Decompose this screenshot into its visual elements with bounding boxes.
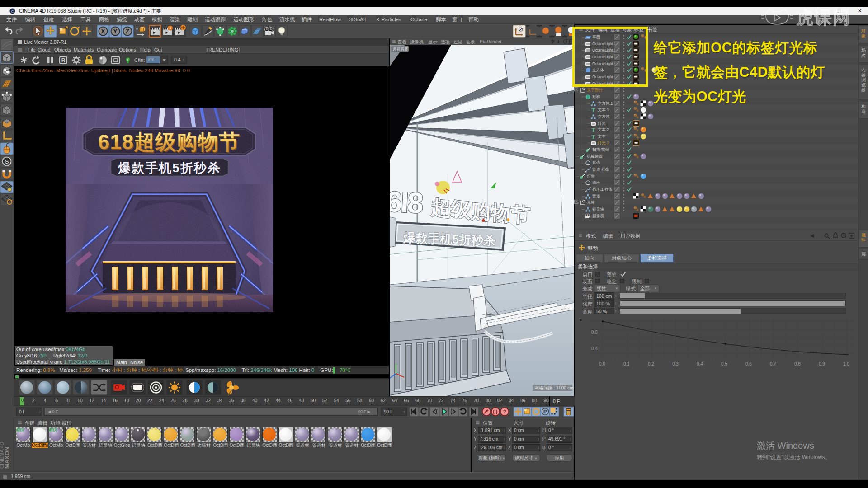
svg-text:S: S [5,158,9,165]
svg-text:◀ 0 F: ◀ 0 F [48,409,58,414]
svg-text:0.4: 0.4 [174,57,181,62]
svg-text:34: 34 [217,398,223,403]
svg-text:0.4: 0.4 [697,361,703,366]
svg-text:↕: ↕ [39,410,41,414]
svg-text:66: 66 [404,398,409,403]
svg-text:0.5: 0.5 [721,361,727,366]
svg-text:PT: PT [148,57,155,62]
svg-text:30: 30 [194,398,199,403]
svg-text:T: T [592,134,595,140]
svg-text:▦: ▦ [392,39,396,44]
svg-text:0.4: 0.4 [591,346,598,351]
svg-text:28: 28 [182,398,188,403]
svg-text:面板: 面板 [466,39,475,44]
svg-text:0.1: 0.1 [623,361,630,366]
svg-text:P: P [543,409,547,414]
svg-text:90 F ▶: 90 F ▶ [358,409,371,414]
svg-text:84: 84 [509,398,514,403]
svg-text:R: R [61,57,66,64]
svg-text:10: 10 [77,398,83,403]
svg-text:60: 60 [369,398,374,403]
svg-text:0.0: 0.0 [599,361,605,366]
svg-text:42: 42 [264,398,269,403]
svg-text:24: 24 [159,398,165,403]
svg-text:32: 32 [206,398,211,403]
svg-text:Z: Z [126,28,130,35]
svg-text:X: X [101,28,105,35]
svg-text:36: 36 [229,398,234,403]
svg-text:50: 50 [311,398,316,403]
svg-text:T: T [592,127,595,133]
svg-text:CINEMA 4D: CINEMA 4D [0,442,5,469]
svg-text:20: 20 [136,398,141,403]
svg-text:14: 14 [101,398,106,403]
svg-text:Y: Y [113,28,118,35]
svg-text:86: 86 [520,398,526,403]
svg-text:82: 82 [497,398,502,403]
svg-text:0: 0 [21,398,24,403]
svg-text:58: 58 [357,398,363,403]
svg-text:90 F: 90 F [384,409,393,414]
svg-text:90: 90 [544,398,549,403]
svg-text:选项: 选项 [441,39,450,44]
svg-text:透视视图: 透视视图 [392,47,409,52]
svg-text:6: 6 [56,398,58,403]
svg-text:显示: 显示 [428,39,437,44]
svg-text:74: 74 [450,398,456,403]
svg-text:40: 40 [252,398,258,403]
svg-text:0 F: 0 F [19,409,25,414]
svg-text:72: 72 [439,398,444,403]
svg-text:过滤: 过滤 [453,39,462,44]
svg-text:2: 2 [32,398,35,403]
svg-text:6I8: 6I8 [390,185,424,220]
svg-text:48: 48 [299,398,304,403]
svg-text:?: ? [503,409,506,414]
svg-text:虎课网: 虎课网 [796,8,851,27]
svg-text:( ): ( ) [493,409,498,414]
svg-text:26: 26 [171,398,176,403]
svg-text:62: 62 [381,398,386,403]
svg-text:44: 44 [276,398,281,403]
svg-text:摄像机: 摄像机 [410,39,424,44]
svg-text:52: 52 [322,398,328,403]
svg-text:64: 64 [392,398,397,403]
svg-text:80: 80 [486,398,491,403]
svg-text:4: 4 [44,398,47,403]
svg-text:0.8: 0.8 [591,330,598,335]
svg-text:1.0: 1.0 [843,361,849,366]
svg-text:38: 38 [241,398,246,403]
svg-text:56: 56 [345,398,351,403]
svg-text:70: 70 [427,398,433,403]
svg-text:0.8: 0.8 [794,361,801,366]
svg-text:22: 22 [147,398,153,403]
svg-text:Chn:: Chn: [134,57,145,63]
svg-text:16: 16 [113,398,118,403]
svg-text:网格间距 : 1000 cm: 网格间距 : 1000 cm [534,385,574,390]
svg-text:↕: ↕ [403,410,405,414]
svg-text:0.2: 0.2 [648,361,654,366]
svg-text:68: 68 [415,398,421,403]
svg-text:0.9: 0.9 [819,361,825,366]
svg-text:0.3: 0.3 [672,361,679,366]
svg-text:54: 54 [334,398,340,403]
svg-text:18: 18 [124,398,129,403]
svg-text:查看: 查看 [397,39,406,44]
svg-text:12: 12 [89,398,94,403]
svg-text:0.6: 0.6 [745,361,752,366]
svg-text:46: 46 [287,398,292,403]
svg-text:88: 88 [532,398,538,403]
svg-text:MAXON: MAXON [4,447,10,469]
svg-text:C: C [11,9,14,14]
svg-text:↕: ↕ [183,58,184,62]
svg-text:ProRender: ProRender [480,39,502,44]
svg-text:T: T [592,107,595,113]
svg-text:8: 8 [67,398,70,403]
svg-text:F: F [127,58,129,62]
svg-text:78: 78 [474,398,479,403]
svg-text:76: 76 [462,398,467,403]
svg-text:0.7: 0.7 [770,361,776,366]
